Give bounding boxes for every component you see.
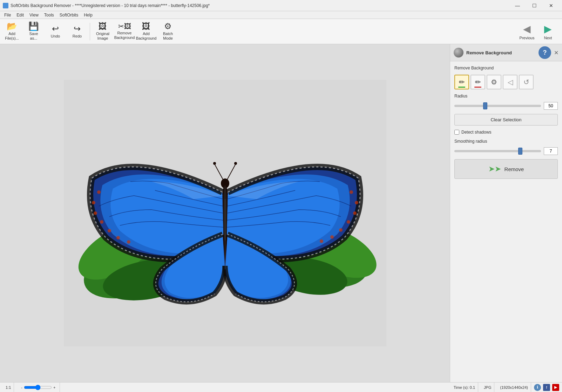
- zoom-max-button[interactable]: +: [52, 385, 57, 390]
- youtube-icon[interactable]: ▶: [552, 384, 559, 391]
- add-files-label: AddFile(s)...: [5, 32, 19, 41]
- remove-label: Remove: [505, 166, 524, 172]
- toolbox-panel: Remove Background ? ✕ Remove Background …: [450, 44, 562, 382]
- erase-right-icon: ↺: [523, 78, 529, 86]
- previous-icon: ◀: [523, 23, 531, 35]
- add-files-button[interactable]: 📂 AddFile(s)...: [1, 21, 22, 42]
- svg-point-26: [339, 228, 343, 232]
- window-title: SoftOrbits Background Remover - ****Unre…: [11, 3, 509, 8]
- dimensions-segment: (1920x1440x24): [497, 383, 531, 392]
- svg-point-15: [97, 190, 101, 194]
- original-image-button[interactable]: 🖼 OriginalImage: [92, 21, 113, 42]
- zoom-slider[interactable]: [24, 385, 52, 390]
- menu-softorbits[interactable]: SoftOrbits: [57, 12, 81, 18]
- canvas-area[interactable]: [0, 44, 450, 382]
- batch-mode-button[interactable]: ⚙ Batch Mode: [157, 21, 178, 42]
- keep-brush-underline: [458, 87, 465, 88]
- remove-bg-label: Remove Background: [454, 66, 494, 70]
- erase-right-button[interactable]: ↺: [519, 75, 534, 89]
- svg-point-23: [355, 201, 358, 204]
- radius-value[interactable]: 50: [544, 102, 558, 110]
- smoothing-slider-track[interactable]: [454, 150, 541, 152]
- help-button[interactable]: ?: [539, 46, 551, 59]
- original-image-label: OriginalImage: [96, 32, 109, 41]
- keep-brush-icon: ✏: [459, 78, 465, 86]
- original-image-icon: 🖼: [99, 22, 107, 31]
- redo-icon: ↪: [74, 25, 81, 33]
- add-background-button[interactable]: 🖼 AddBackground: [136, 21, 157, 42]
- svg-point-27: [330, 235, 334, 239]
- menu-tools[interactable]: Tools: [41, 12, 57, 18]
- add-bg-label: AddBackground: [136, 32, 157, 41]
- radius-slider-track[interactable]: [454, 105, 541, 107]
- batch-icon: ⚙: [164, 22, 172, 31]
- toolbar-separator-1: [90, 23, 90, 40]
- toolbar-nav: ◀ Previous ▶ Next: [517, 21, 561, 42]
- previous-label: Previous: [520, 36, 535, 40]
- save-icon: 💾: [28, 22, 39, 31]
- tool-buttons-row: ✏ ✏ ⚙ ◁ ↺: [454, 75, 558, 89]
- titlebar-controls: — ☐ ✕: [509, 0, 559, 11]
- undo-icon: ↩: [52, 25, 59, 33]
- next-button[interactable]: ▶ Next: [538, 21, 558, 42]
- remove-bg-section-label: Remove Background: [454, 66, 558, 70]
- next-icon: ▶: [544, 23, 552, 35]
- remove-background-button[interactable]: ✂🖼 RemoveBackground: [114, 21, 135, 42]
- smoothing-slider-row: 7: [454, 147, 558, 155]
- remove-arrow-icon: ➤➤: [488, 164, 501, 174]
- auto-tool-button[interactable]: ⚙: [487, 75, 501, 89]
- smoothing-slider-thumb[interactable]: [518, 148, 522, 155]
- smoothing-section: Smoothing radius 7: [454, 139, 558, 155]
- erase-left-button[interactable]: ◁: [503, 75, 517, 89]
- undo-label: Undo: [51, 34, 60, 38]
- svg-point-17: [94, 211, 97, 215]
- svg-point-19: [108, 229, 111, 232]
- remove-brush-icon: ✏: [475, 78, 481, 86]
- detect-shadows-label[interactable]: Detect shadows: [461, 130, 491, 135]
- remove-bg-label: RemoveBackground: [114, 31, 135, 40]
- save-as-button[interactable]: 💾 Saveas...: [23, 21, 44, 42]
- info-icon[interactable]: ℹ: [534, 384, 541, 391]
- zoom-value: 1:1: [6, 385, 11, 390]
- remove-brush-button[interactable]: ✏: [470, 75, 485, 89]
- svg-point-24: [353, 211, 357, 215]
- menu-file[interactable]: File: [1, 12, 14, 18]
- toolbox-close-button[interactable]: ✕: [554, 49, 558, 56]
- svg-point-16: [92, 201, 95, 204]
- radius-slider-row: 50: [454, 102, 558, 110]
- svg-point-28: [320, 239, 323, 243]
- previous-button[interactable]: ◀ Previous: [517, 21, 537, 42]
- add-bg-icon: 🖼: [142, 22, 150, 31]
- time-label: Time (s): 0.1: [454, 385, 475, 390]
- svg-point-25: [347, 220, 350, 224]
- radius-label: Radius: [454, 94, 558, 99]
- minimize-button[interactable]: —: [509, 0, 526, 11]
- smoothing-value[interactable]: 7: [544, 147, 558, 155]
- maximize-button[interactable]: ☐: [526, 0, 542, 11]
- menubar: File Edit View Tools SoftOrbits Help: [0, 11, 562, 19]
- radius-slider-thumb[interactable]: [483, 102, 487, 109]
- svg-point-14: [234, 162, 237, 165]
- auto-tool-icon: ⚙: [491, 78, 497, 86]
- titlebar: SoftOrbits Background Remover - ****Unre…: [0, 0, 562, 11]
- zoom-segment: 1:1: [3, 383, 14, 392]
- zoom-min-button[interactable]: -: [20, 385, 24, 390]
- menu-view[interactable]: View: [27, 12, 41, 18]
- close-button[interactable]: ✕: [543, 0, 559, 11]
- app-icon: [3, 3, 8, 8]
- keep-brush-button[interactable]: ✏: [454, 75, 469, 89]
- remove-button[interactable]: ➤➤ Remove: [454, 159, 558, 179]
- svg-point-13: [213, 162, 216, 165]
- clear-selection-button[interactable]: Clear Selection: [454, 114, 558, 126]
- facebook-icon[interactable]: f: [543, 384, 550, 391]
- menu-help[interactable]: Help: [81, 12, 95, 18]
- menu-edit[interactable]: Edit: [14, 12, 27, 18]
- butterfly-svg: [64, 80, 386, 346]
- detect-shadows-checkbox[interactable]: [454, 130, 459, 135]
- format-segment: JPG: [481, 383, 494, 392]
- undo-button[interactable]: ↩ Undo: [45, 21, 66, 42]
- toolbox-title-row: Remove Background: [454, 48, 512, 58]
- erase-left-icon: ◁: [508, 78, 513, 86]
- toolbox-body: Remove Background ✏ ✏ ⚙ ◁: [450, 61, 562, 183]
- redo-button[interactable]: ↪ Redo: [67, 21, 88, 42]
